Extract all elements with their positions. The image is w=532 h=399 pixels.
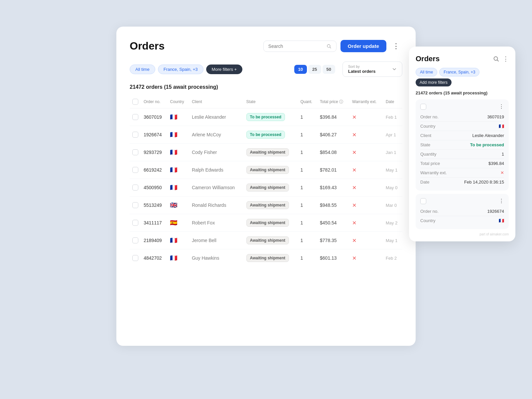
table-row: 9293729 🇫🇷 Cody Fisher Awaiting shipment… (130, 144, 402, 161)
row-checkbox-2[interactable] (132, 149, 138, 155)
row-order-no: 3411117 (141, 214, 167, 232)
row-date: May 2 (383, 214, 402, 232)
select-all-checkbox[interactable] (132, 99, 138, 105)
orders-summary: 21472 orders (15 await processing) (130, 84, 402, 90)
sp-checkbox-1[interactable] (420, 104, 426, 110)
header-quantity: Quant. (298, 95, 317, 108)
sp-record-card-2: ⋮ Order no. 1926674 Country 🇫🇷 (416, 194, 509, 229)
row-quantity: 1 (298, 126, 317, 144)
row-total-price: $782.01 (317, 161, 349, 179)
warranty-x-icon: ✕ (352, 220, 356, 226)
row-quantity: 1 (298, 249, 317, 267)
warranty-x-icon: ✕ (352, 114, 356, 120)
sp-record-more-1[interactable]: ⋮ (499, 103, 504, 110)
side-panel-title: Orders (416, 55, 493, 63)
sp-filter-countries[interactable]: France, Spain, +3 (439, 68, 479, 76)
row-state: Awaiting shipment (244, 161, 298, 179)
row-quantity: 1 (298, 232, 317, 249)
row-order-no: 3607019 (141, 108, 167, 126)
row-client: Arlene McCoy (189, 126, 244, 144)
row-checkbox-8[interactable] (132, 255, 138, 261)
table-row: 1926674 🇫🇷 Arlene McCoy To be processed … (130, 126, 402, 144)
row-checkbox-5[interactable] (132, 202, 138, 208)
row-client: Guy Hawkins (189, 249, 244, 267)
row-date: May 1 (383, 161, 402, 179)
side-panel-search-icon[interactable] (493, 56, 499, 62)
sp-checkbox-2[interactable] (420, 198, 426, 204)
row-checkbox-0[interactable] (132, 114, 138, 120)
state-badge: Awaiting shipment (246, 184, 289, 192)
row-client: Cody Fisher (189, 144, 244, 161)
search-input[interactable] (268, 44, 326, 49)
row-state: Awaiting shipment (244, 232, 298, 249)
row-checkbox-4[interactable] (132, 185, 138, 191)
more-options-button[interactable]: ⋮ (390, 41, 402, 52)
row-order-no: 1926674 (141, 126, 167, 144)
row-quantity: 1 (298, 161, 317, 179)
row-total-price: $169.43 (317, 179, 349, 197)
order-update-button[interactable]: Order update (340, 40, 386, 52)
filter-all-time[interactable]: All time (130, 65, 155, 74)
sort-dropdown[interactable]: Sort by Latest orders (342, 62, 402, 77)
side-panel: Orders ⋮ All time France, Spain, +3 Add … (409, 47, 515, 241)
table-row: 4500950 🇫🇷 Cameron Williamson Awaiting s… (130, 179, 402, 197)
row-client: Jerome Bell (189, 232, 244, 249)
page-size-10[interactable]: 10 (294, 65, 307, 74)
row-client: Ronald Richards (189, 197, 244, 214)
row-total-price: $450.54 (317, 214, 349, 232)
filter-more[interactable]: More filters + (206, 65, 243, 74)
row-country: 🇫🇷 (167, 126, 189, 144)
row-state: Awaiting shipment (244, 214, 298, 232)
sp-record-more-2[interactable]: ⋮ (499, 198, 504, 204)
filters-row: All time France, Spain, +3 More filters … (130, 62, 402, 77)
warranty-x-icon: ✕ (352, 132, 356, 138)
table-header-row: Order no. Country Client State Quant. To… (130, 95, 402, 108)
state-badge: Awaiting shipment (246, 201, 289, 209)
row-checkbox-cell (130, 249, 141, 267)
row-warranty: ✕ (349, 179, 383, 197)
page-title: Orders (130, 40, 263, 52)
sp-field-date: Date Feb 14,2020 8:36:15 (420, 178, 504, 187)
row-order-no: 9293729 (141, 144, 167, 161)
page-size-group: 10 25 50 (294, 65, 335, 74)
row-quantity: 1 (298, 197, 317, 214)
state-badge: To be processed (246, 131, 285, 139)
table-row: 2189409 🇫🇷 Jerome Bell Awaiting shipment… (130, 232, 402, 249)
row-checkbox-cell (130, 126, 141, 144)
warranty-x-icon: ✕ (352, 185, 356, 191)
sp-add-filters[interactable]: Add more filters (416, 78, 452, 86)
row-checkbox-cell (130, 214, 141, 232)
row-checkbox-1[interactable] (132, 132, 138, 138)
side-panel-header: Orders ⋮ (416, 55, 509, 63)
row-checkbox-7[interactable] (132, 237, 138, 243)
row-checkbox-3[interactable] (132, 167, 138, 173)
header-warranty: Warrantly ext. (349, 95, 383, 108)
page-size-25[interactable]: 25 (308, 65, 321, 74)
row-checkbox-6[interactable] (132, 220, 138, 226)
row-order-no: 4842702 (141, 249, 167, 267)
row-date: Mar 0 (383, 197, 402, 214)
table-row: 3411117 🇪🇸 Robert Fox Awaiting shipment … (130, 214, 402, 232)
warranty-x-icon: ✕ (352, 167, 356, 173)
row-date: Feb 1 (383, 108, 402, 126)
row-date: Jan 1 (383, 144, 402, 161)
sp-field-order-no-2: Order no. 1926674 (420, 207, 504, 216)
row-quantity: 1 (298, 108, 317, 126)
filter-countries[interactable]: France, Spain, +3 (158, 65, 203, 74)
sort-label: Sort by (348, 65, 389, 68)
page-size-50[interactable]: 50 (323, 65, 335, 74)
sp-filter-all-time[interactable]: All time (416, 68, 437, 76)
row-warranty: ✕ (349, 249, 383, 267)
row-total-price: $778.35 (317, 232, 349, 249)
row-warranty: ✕ (349, 214, 383, 232)
side-panel-more-button[interactable]: ⋮ (503, 55, 509, 63)
header: Orders Order update ⋮ (130, 40, 402, 52)
orders-table: Order no. Country Client State Quant. To… (130, 95, 402, 267)
sort-value: Latest orders (348, 69, 389, 74)
search-box[interactable] (263, 41, 336, 52)
row-order-no: 4500950 (141, 179, 167, 197)
state-badge: Awaiting shipment (246, 236, 289, 244)
row-total-price: $948.55 (317, 197, 349, 214)
warranty-x-icon: ✕ (352, 238, 356, 243)
row-total-price: $601.13 (317, 249, 349, 267)
